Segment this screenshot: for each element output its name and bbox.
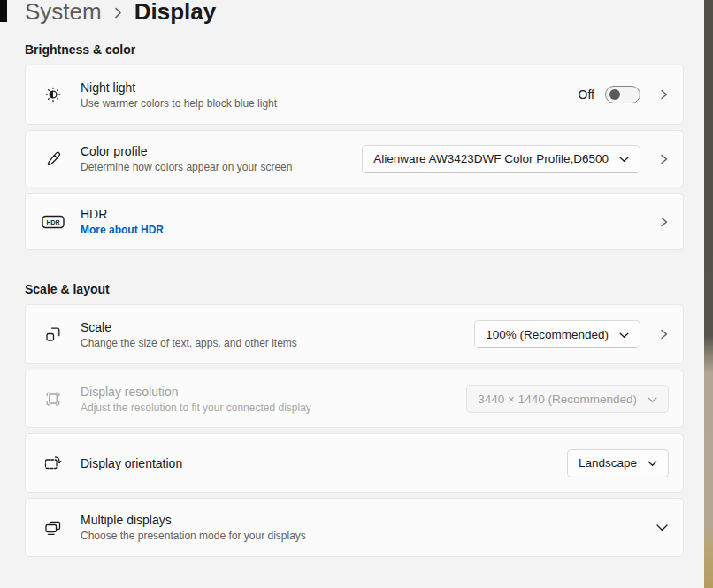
scale-title: Scale	[80, 320, 474, 334]
toggle-knob	[610, 89, 620, 100]
desktop-wallpaper-sliver	[704, 0, 713, 588]
section-header-brightness-color: Brightness & color	[25, 42, 684, 57]
display-resolution-subtitle: Adjust the resolution to fit your connec…	[80, 401, 466, 414]
scale-selected: 100% (Recommended)	[486, 328, 609, 341]
chevron-down-icon	[648, 397, 657, 403]
display-orientation-text: Display orientation	[80, 456, 567, 470]
scale-subtitle: Change the size of text, apps, and other…	[80, 337, 474, 349]
display-orientation-row: Display orientation Landscape	[25, 433, 684, 493]
display-orientation-dropdown[interactable]: Landscape	[567, 449, 669, 477]
hdr-row[interactable]: HDR HDR More about HDR	[25, 193, 684, 250]
breadcrumb-system[interactable]: System	[25, 0, 102, 26]
chevron-right-icon	[658, 88, 669, 101]
color-profile-selected: Alienware AW3423DWF Color Profile,D6500	[373, 152, 609, 165]
multiple-displays-icon	[42, 519, 65, 537]
more-about-hdr-link[interactable]: More about HDR	[80, 224, 658, 236]
scale-dropdown[interactable]: 100% (Recommended)	[474, 320, 640, 348]
display-resolution-selected: 3440 × 1440 (Recommended)	[478, 393, 637, 406]
night-light-text: Night light Use warmer colors to help bl…	[80, 80, 579, 110]
color-profile-row[interactable]: Color profile Determine how colors appea…	[25, 130, 684, 187]
display-resolution-text: Display resolution Adjust the resolution…	[80, 385, 466, 414]
settings-window: System Display Brightness & color	[0, 0, 713, 588]
multiple-displays-title: Multiple displays	[80, 513, 656, 527]
breadcrumb: System Display	[25, 0, 684, 26]
page-title: Display	[134, 0, 217, 26]
window-edge-fragment	[0, 0, 7, 22]
hdr-icon: HDR	[42, 214, 65, 230]
display-resolution-dropdown: 3440 × 1440 (Recommended)	[466, 385, 669, 413]
scale-row[interactable]: Scale Change the size of text, apps, and…	[25, 304, 684, 364]
display-orientation-title: Display orientation	[80, 456, 567, 470]
multiple-displays-subtitle: Choose the presentation mode for your di…	[80, 530, 656, 542]
chevron-right-icon	[658, 216, 669, 228]
color-profile-subtitle: Determine how colors appear on your scre…	[80, 161, 362, 173]
display-settings-page: System Display Brightness & color	[25, 0, 684, 562]
scale-icon	[42, 325, 65, 343]
chevron-down-icon	[619, 157, 629, 163]
display-resolution-title: Display resolution	[80, 385, 466, 399]
hdr-text: HDR More about HDR	[80, 207, 658, 236]
multiple-displays-row[interactable]: Multiple displays Choose the presentatio…	[25, 498, 684, 557]
display-orientation-icon	[42, 454, 65, 472]
night-light-toggle[interactable]	[605, 86, 640, 103]
breadcrumb-chevron-icon	[114, 6, 122, 19]
display-resolution-icon	[42, 390, 65, 408]
color-profile-text: Color profile Determine how colors appea…	[80, 144, 362, 173]
night-light-toggle-group: Off	[579, 86, 640, 103]
eyedropper-icon	[42, 150, 65, 168]
svg-text:HDR: HDR	[46, 219, 59, 225]
night-light-subtitle: Use warmer colors to help block blue lig…	[80, 97, 579, 110]
color-profile-dropdown[interactable]: Alienware AW3423DWF Color Profile,D6500	[362, 145, 640, 173]
section-header-scale-layout: Scale & layout	[25, 282, 684, 296]
night-light-row[interactable]: Night light Use warmer colors to help bl…	[25, 65, 684, 125]
chevron-down-icon	[619, 332, 629, 339]
display-orientation-selected: Landscape	[579, 456, 637, 470]
display-resolution-row: Display resolution Adjust the resolution…	[25, 370, 684, 428]
night-light-toggle-label: Off	[579, 88, 594, 102]
night-light-icon	[42, 86, 65, 103]
chevron-down-icon	[648, 461, 657, 467]
chevron-right-icon	[658, 328, 669, 340]
multiple-displays-text: Multiple displays Choose the presentatio…	[80, 513, 656, 542]
color-profile-title: Color profile	[80, 144, 362, 158]
scale-text: Scale Change the size of text, apps, and…	[80, 320, 474, 349]
night-light-title: Night light	[80, 80, 579, 95]
chevron-right-icon	[658, 153, 669, 165]
hdr-title: HDR	[80, 207, 658, 221]
expander-chevron-down-icon[interactable]	[656, 523, 669, 532]
